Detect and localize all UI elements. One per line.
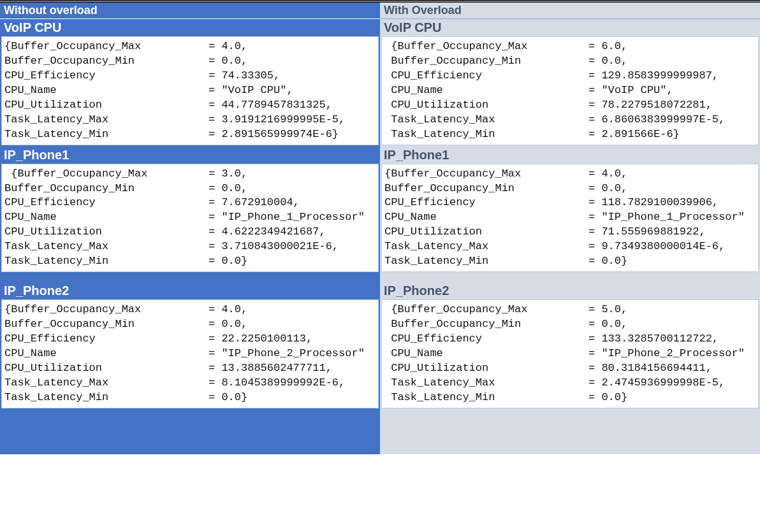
metric-key: CPU_Utilization (384, 361, 588, 376)
metric-value: = 22.2250100113, (208, 333, 312, 345)
code-line: Task_Latency_Min= 0.0} (4, 254, 377, 269)
code-block-ip2-right: {Buffer_Occupancy_Max= 5.0, Buffer_Occup… (381, 299, 759, 408)
metric-key: Task_Latency_Max (384, 240, 588, 254)
metric-value: = 4.0, (588, 168, 627, 180)
code-line: Task_Latency_Max= 8.1045389999992E-6, (4, 376, 377, 391)
code-line: CPU_Utilization= 13.3885602477711, (4, 361, 377, 376)
metric-key: CPU_Name (4, 347, 208, 361)
code-line: Buffer_Occupancy_Min= 0.0, (4, 54, 377, 69)
metric-value: = 71.555969881922, (588, 226, 706, 238)
metric-key: CPU_Utilization (4, 225, 208, 240)
code-line: Task_Latency_Min= 0.0} (384, 391, 757, 405)
code-line: CPU_Utilization= 78.2279518072281, (384, 98, 757, 113)
code-line: Task_Latency_Max= 6.8606383999997E-5, (384, 113, 757, 127)
section-title-voip-left: VoIP CPU (0, 19, 380, 36)
metric-key: CPU_Name (4, 210, 208, 225)
metric-value: = 0.0} (588, 255, 627, 267)
metric-value: = 9.7349380000014E-6, (588, 240, 725, 252)
metric-key: Task_Latency_Max (4, 376, 208, 391)
metric-key: {Buffer_Occupancy_Max (384, 167, 588, 182)
metric-key: CPU_Name (384, 347, 588, 361)
metric-value: = 4.0, (208, 40, 247, 52)
code-line: {Buffer_Occupancy_Max= 3.0, (4, 167, 377, 182)
metric-value: = 0.0, (208, 55, 247, 67)
section-title-ip1-right: IP_Phone1 (380, 147, 760, 164)
metric-value: = "IP_Phone_2_Processor" (588, 347, 745, 359)
metric-key: Buffer_Occupancy_Min (384, 54, 588, 69)
metric-key: Buffer_Occupancy_Min (384, 182, 588, 196)
code-line: {Buffer_Occupancy_Max= 6.0, (384, 40, 757, 54)
metric-key: CPU_Name (384, 210, 588, 225)
metric-key: CPU_Name (384, 83, 588, 98)
metric-value: = 0.0} (588, 391, 627, 403)
metric-value: = 4.6222349421687, (208, 226, 326, 238)
metric-value: = "VoIP CPU", (588, 84, 673, 96)
metric-value: = 6.0, (588, 40, 627, 52)
metric-value: = 80.3184156694411, (588, 362, 712, 374)
spacer (380, 273, 760, 282)
metric-value: = 8.1045389999992E-6, (208, 377, 345, 389)
metric-key: Buffer_Occupancy_Min (4, 54, 208, 69)
metric-key: CPU_Utilization (384, 98, 588, 113)
code-line: CPU_Utilization= 80.3184156694411, (384, 361, 757, 376)
code-line: CPU_Name= "IP_Phone_2_Processor" (4, 347, 377, 361)
metric-key: CPU_Utilization (4, 361, 208, 376)
metric-value: = 74.33305, (208, 69, 280, 82)
metric-key: Task_Latency_Max (384, 113, 588, 127)
code-line: Task_Latency_Min= 2.891565999974E-6} (4, 127, 377, 142)
metric-key: Buffer_Occupancy_Min (384, 317, 588, 332)
header-without-overload: Without overload (0, 3, 380, 19)
section-title-ip1-left: IP_Phone1 (0, 147, 380, 164)
code-line: CPU_Efficiency= 7.672910004, (4, 196, 377, 210)
metric-key: CPU_Efficiency (4, 196, 208, 210)
metric-value: = 2.891566E-6} (588, 128, 680, 140)
code-line: Task_Latency_Max= 2.4745936999998E-5, (384, 376, 757, 391)
metric-key: {Buffer_Occupancy_Max (384, 40, 588, 54)
metric-key: Task_Latency_Min (384, 254, 588, 269)
code-line: CPU_Utilization= 4.6222349421687, (4, 225, 377, 240)
metric-value: = 3.710843000021E-6, (208, 240, 339, 252)
metric-key: Task_Latency_Max (4, 113, 208, 127)
code-line: CPU_Utilization= 71.555969881922, (384, 225, 757, 240)
code-line: CPU_Name= "IP_Phone_1_Processor" (384, 210, 757, 225)
metric-key: Buffer_Occupancy_Min (4, 317, 208, 332)
metric-value: = 0.0, (588, 182, 627, 194)
code-line: CPU_Name= "VoIP CPU", (4, 83, 377, 98)
code-line: CPU_Efficiency= 129.8583999999987, (384, 69, 757, 83)
code-line: Buffer_Occupancy_Min= 0.0, (384, 182, 757, 196)
metric-key: CPU_Utilization (4, 98, 208, 113)
code-line: CPU_Efficiency= 74.33305, (4, 69, 377, 83)
metric-key: CPU_Efficiency (384, 69, 588, 83)
section-title-ip2-left: IP_Phone2 (0, 282, 380, 299)
code-line: Task_Latency_Max= 3.710843000021E-6, (4, 240, 377, 254)
code-line: Buffer_Occupancy_Min= 0.0, (4, 317, 377, 332)
code-block-ip1-right: {Buffer_Occupancy_Max= 4.0,Buffer_Occupa… (381, 164, 759, 273)
metric-value: = "IP_Phone_1_Processor" (208, 211, 365, 223)
metric-value: = 0.0, (588, 55, 627, 67)
metric-key: Buffer_Occupancy_Min (4, 182, 208, 196)
metric-value: = 3.9191216999995E-5, (208, 113, 345, 126)
comparison-table: Without overload With Overload VoIP CPU … (0, 3, 760, 454)
metric-value: = 133.3285700112722, (588, 333, 719, 345)
bottom-pad-right (380, 410, 760, 454)
metric-key: {Buffer_Occupancy_Max (4, 167, 208, 182)
metric-key: CPU_Efficiency (384, 196, 588, 210)
metric-key: CPU_Efficiency (4, 332, 208, 347)
metric-key: {Buffer_Occupancy_Max (4, 303, 208, 317)
metric-value: = 13.3885602477711, (208, 362, 332, 374)
metric-value: = 6.8606383999997E-5, (588, 113, 725, 126)
code-line: Task_Latency_Max= 9.7349380000014E-6, (384, 240, 757, 254)
metric-key: CPU_Name (4, 83, 208, 98)
code-line: {Buffer_Occupancy_Max= 4.0, (4, 303, 377, 317)
code-line: {Buffer_Occupancy_Max= 4.0, (384, 167, 757, 182)
code-line: Task_Latency_Min= 2.891566E-6} (384, 127, 757, 142)
metric-value: = 2.891565999974E-6} (208, 128, 339, 140)
metric-value: = 44.7789457831325, (208, 99, 332, 111)
metric-value: = 3.0, (208, 168, 247, 180)
code-block-voip-left: {Buffer_Occupancy_Max= 4.0,Buffer_Occupa… (1, 36, 379, 145)
section-title-voip-right: VoIP CPU (380, 19, 760, 36)
metric-value: = 7.672910004, (208, 196, 300, 208)
metric-value: = 129.8583999999987, (588, 69, 719, 82)
metric-value: = 118.7829100039906, (588, 196, 719, 208)
code-block-ip2-left: {Buffer_Occupancy_Max= 4.0,Buffer_Occupa… (1, 299, 379, 408)
